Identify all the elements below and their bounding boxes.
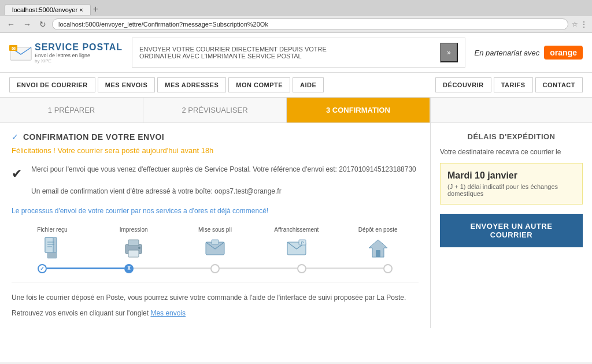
logo-by: by XIPE xyxy=(35,58,123,64)
steps-bar: 1 PRÉPARER 2 PRÉVISUALISER 3 CONFIRMATIO… xyxy=(0,98,592,123)
browser-tab[interactable]: localhost:5000/envoyer × xyxy=(5,4,91,15)
prog-node-1: ⧗ xyxy=(124,264,134,273)
url-bar[interactable] xyxy=(52,18,568,30)
progress-container: Fichier reçu Impression Mise sous pli Af… xyxy=(12,226,419,273)
partner-text: En partenariat avec xyxy=(475,49,540,57)
step-previsualiser[interactable]: 2 PRÉVISUALISER xyxy=(143,98,287,122)
nav-bar: ENVOI DE COURRIER MES ENVOIS MES ADRESSE… xyxy=(0,73,592,98)
banner-text: ENVOYER VOTRE COURRIER DIRECTEMENT DEPUI… xyxy=(139,46,327,60)
confirm-body-text2: Un email de confirmation vient d'être ad… xyxy=(31,186,416,197)
confirm-body-text1: Merci pour l'envoi que vous venez d'effe… xyxy=(31,164,416,175)
prog-label-4: Dépôt en poste xyxy=(337,226,419,233)
orange-badge: orange xyxy=(544,46,583,60)
banner-area: ENVOYER VOTRE COURRIER DIRECTEMENT DEPUI… xyxy=(132,38,465,68)
nav-mes-adresses[interactable]: MES ADRESSES xyxy=(157,77,226,92)
nav-mon-compte[interactable]: MON COMPTE xyxy=(228,77,290,92)
logo-area: ✉ SERVICE POSTAL Envoi de lettres en lig… xyxy=(9,42,123,64)
prog-label-0: Fichier reçu xyxy=(12,226,93,233)
prog-icon-depot xyxy=(352,235,404,261)
step-preparer[interactable]: 1 PRÉPARER xyxy=(0,98,143,122)
followup-text: Une fois le courrier déposé en Poste, vo… xyxy=(12,283,419,319)
prog-seg-0 xyxy=(47,268,124,269)
confirm-check-icon: ✓ xyxy=(12,132,18,142)
nav-decouvrir[interactable]: DÉCOUVRIR xyxy=(435,77,491,92)
browser-actions: ☆ ⋮ xyxy=(572,20,587,28)
svg-text:✉: ✉ xyxy=(12,46,16,51)
confirm-header: ✓ CONFIRMATION DE VOTRE ENVOI xyxy=(12,132,419,142)
svg-point-13 xyxy=(138,247,140,249)
svg-rect-11 xyxy=(128,240,139,246)
prog-icon-fichier xyxy=(26,235,78,261)
content-area: ✓ CONFIRMATION DE VOTRE ENVOI Félicitati… xyxy=(0,123,592,328)
date-box: Mardi 10 janvier (J + 1) délai indicatif… xyxy=(440,163,583,205)
logo-icon: ✉ xyxy=(9,44,32,61)
svg-rect-12 xyxy=(128,250,139,257)
banner-arrow-button[interactable]: » xyxy=(440,43,458,62)
nav-mes-envois[interactable]: MES ENVOIS xyxy=(98,77,155,92)
send-another-button[interactable]: ENVOYER UN AUTRE COURRIER xyxy=(440,214,583,247)
date-main: Mardi 10 janvier xyxy=(447,170,575,181)
prog-node-3 xyxy=(297,264,306,273)
back-button[interactable]: ← xyxy=(5,18,17,30)
svg-rect-9 xyxy=(47,252,57,258)
progress-track-inner: ⧗ xyxy=(38,264,393,273)
logo-text: SERVICE POSTAL Envoi de lettres en ligne… xyxy=(35,42,123,64)
confirm-subtitle: Félicitations ! Votre courrier sera post… xyxy=(12,146,419,155)
nav-envoi-courrier[interactable]: ENVOI DE COURRIER xyxy=(9,77,95,92)
new-tab-button[interactable]: + xyxy=(93,4,98,14)
prog-label-1: Impression xyxy=(93,226,175,233)
main-panel: ✓ CONFIRMATION DE VOTRE ENVOI Félicitati… xyxy=(0,123,430,328)
confirm-process-link[interactable]: Le processus d'envoi de votre courrier p… xyxy=(12,207,419,215)
svg-rect-15 xyxy=(212,240,219,244)
svg-rect-20 xyxy=(376,250,380,257)
forward-button[interactable]: → xyxy=(21,18,34,30)
svg-text:P: P xyxy=(301,241,304,245)
date-note: (J + 1) délai indicatif pour les échange… xyxy=(447,183,575,197)
prog-label-3: Affranchissement xyxy=(256,226,337,233)
prog-seg-3 xyxy=(306,268,384,269)
side-subtitle: Votre destinataire recevra ce courrier l… xyxy=(440,148,583,156)
bookmark-button[interactable]: ☆ xyxy=(572,20,578,28)
prog-node-0 xyxy=(38,264,47,273)
confirm-body: Merci pour l'envoi que vous venez d'effe… xyxy=(31,164,416,198)
header: ✉ SERVICE POSTAL Envoi de lettres en lig… xyxy=(0,33,592,73)
nav-tarifs[interactable]: TARIFS xyxy=(494,77,533,92)
side-title: DÉLAIS D'EXPÉDITION xyxy=(440,132,583,141)
followup-text1: Une fois le courrier déposé en Poste, vo… xyxy=(12,292,419,303)
menu-button[interactable]: ⋮ xyxy=(580,20,587,28)
browser-tabs: localhost:5000/envoyer × + xyxy=(0,0,592,16)
prog-seg-1 xyxy=(134,268,211,269)
prog-icon-affranch: P xyxy=(271,235,323,261)
browser-toolbar: ← → ↻ ☆ ⋮ xyxy=(0,16,592,32)
progress-icons-row: P xyxy=(12,235,419,261)
followup-text2: Retrouvez vos envois en cliquant sur l'o… xyxy=(12,308,419,319)
nav-contact[interactable]: CONTACT xyxy=(535,77,583,92)
followup-mes-envois-link[interactable]: Mes envois xyxy=(150,309,186,317)
step-spacer xyxy=(430,98,592,122)
prog-seg-2 xyxy=(220,268,297,269)
nav-aide[interactable]: AIDE xyxy=(293,77,324,92)
progress-track: ⧗ xyxy=(12,264,419,273)
prog-node-4 xyxy=(383,264,393,273)
logo-subtitle: Envoi de lettres en ligne xyxy=(35,53,123,58)
svg-rect-5 xyxy=(45,237,53,252)
logo-title: SERVICE POSTAL xyxy=(35,42,123,53)
big-checkmark-icon: ✔ xyxy=(12,166,22,181)
page: ✉ SERVICE POSTAL Envoi de lettres en lig… xyxy=(0,33,592,362)
confirm-box: ✔ Merci pour l'envoi que vous venez d'ef… xyxy=(12,164,419,198)
confirm-title: CONFIRMATION DE VOTRE ENVOI xyxy=(23,132,164,142)
refresh-button[interactable]: ↻ xyxy=(37,18,49,30)
prog-icon-pli xyxy=(189,235,241,261)
browser-chrome: localhost:5000/envoyer × + ← → ↻ ☆ ⋮ xyxy=(0,0,592,33)
step-confirmation[interactable]: 3 CONFIRMATION xyxy=(287,98,430,122)
tab-label: localhost:5000/envoyer × xyxy=(12,6,83,13)
side-panel: DÉLAIS D'EXPÉDITION Votre destinataire r… xyxy=(430,123,592,328)
prog-label-2: Mise sous pli xyxy=(175,226,256,233)
progress-labels-row: Fichier reçu Impression Mise sous pli Af… xyxy=(12,226,419,233)
prog-node-2 xyxy=(210,264,220,273)
prog-icon-impression xyxy=(108,235,160,261)
partner-area: En partenariat avec orange xyxy=(475,46,583,60)
nav-right: DÉCOUVRIR TARIFS CONTACT xyxy=(435,77,583,92)
